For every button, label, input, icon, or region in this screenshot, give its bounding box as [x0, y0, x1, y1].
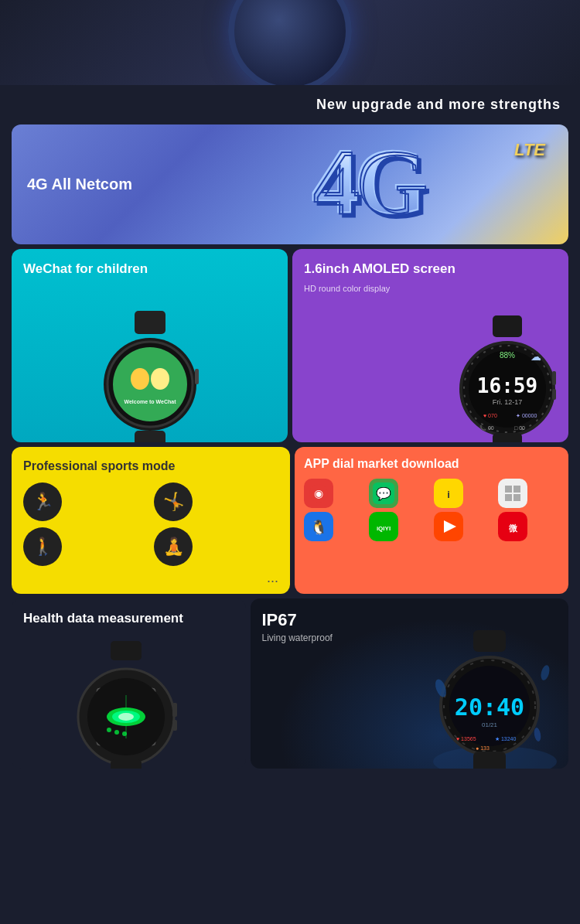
svg-text:♥ 13565: ♥ 13565	[456, 736, 476, 742]
row-health-ip67: Health data measurement	[12, 598, 568, 769]
section-health: Health data measurement	[12, 598, 246, 769]
svg-point-57	[114, 730, 119, 735]
app-icon-2[interactable]: i	[434, 479, 463, 508]
svg-rect-44	[111, 641, 142, 660]
svg-rect-34	[505, 494, 512, 501]
section-wechat: WeChat for children Welcome	[12, 249, 288, 442]
svg-text:♥ 070: ♥ 070	[483, 413, 497, 418]
app-icon-5[interactable]: iQIYI	[369, 512, 398, 541]
svg-text:★ 13240: ★ 13240	[495, 736, 517, 742]
svg-rect-9	[195, 369, 199, 384]
amoled-subtitle: HD round color display	[304, 284, 557, 293]
svg-text:☁: ☁	[531, 350, 541, 363]
4g-graphic: 4G	[305, 128, 553, 240]
svg-text:20:40: 20:40	[455, 694, 524, 721]
svg-point-5	[131, 368, 149, 390]
svg-text:✦ 00000: ✦ 00000	[516, 413, 537, 418]
app-icon-6[interactable]	[434, 512, 463, 541]
svg-text:01/21: 01/21	[482, 721, 498, 728]
svg-rect-61	[172, 720, 177, 731]
app-dial-title: APP dial market download	[304, 456, 559, 472]
row-wechat-amoled: WeChat for children Welcome	[12, 249, 568, 442]
top-watch-circle	[228, 0, 352, 85]
svg-text:i: i	[447, 489, 450, 500]
svg-point-58	[122, 731, 127, 736]
svg-rect-32	[505, 486, 512, 493]
svg-rect-33	[513, 486, 520, 493]
svg-text:Welcome to WeChat: Welcome to WeChat	[124, 399, 176, 404]
svg-point-4	[113, 347, 187, 421]
wechat-title: WeChat for children	[23, 261, 276, 278]
content-grid: 4G All Netcom LTE 4G	[0, 124, 580, 784]
svg-rect-23	[552, 371, 556, 385]
section-4g: 4G All Netcom LTE 4G	[12, 124, 568, 244]
4g-title: 4G All Netcom	[27, 176, 132, 193]
svg-point-74	[540, 664, 551, 681]
sports-icons-grid: 🏃 🤸 🚶 🧘	[23, 482, 278, 566]
svg-text:◉: ◉	[314, 487, 323, 500]
sports-more-dots: ...	[23, 570, 278, 586]
svg-text:iQIYI: iQIYI	[377, 525, 391, 532]
top-decoration	[0, 0, 580, 85]
svg-point-6	[151, 368, 169, 390]
svg-rect-60	[172, 703, 177, 717]
svg-rect-1	[135, 311, 165, 334]
section-app-dial: APP dial market download ◉ 💬 i	[295, 447, 568, 594]
svg-point-53	[118, 713, 134, 721]
amoled-title: 1.6inch AMOLED screen	[304, 261, 557, 278]
svg-text:📞 00: 📞 00	[479, 424, 494, 431]
svg-text:💬: 💬	[376, 486, 391, 501]
svg-rect-8	[135, 431, 165, 442]
svg-text:● 133: ● 133	[476, 745, 490, 751]
app-icon-0[interactable]: ◉	[304, 479, 333, 508]
svg-text:微: 微	[508, 523, 518, 533]
section-ip67: IP67 Living waterproof	[251, 598, 569, 769]
app-icon-1[interactable]: 💬	[369, 479, 398, 508]
svg-rect-24	[552, 389, 556, 400]
app-icon-3[interactable]	[498, 479, 527, 508]
svg-point-56	[107, 728, 111, 732]
app-icon-7[interactable]: 微	[498, 512, 527, 541]
svg-text:88%: 88%	[500, 351, 515, 360]
section-amoled: 1.6inch AMOLED screen HD round color dis…	[292, 249, 568, 442]
ip67-subtitle: Living waterproof	[262, 632, 558, 643]
sport-icon-walk: 🚶	[23, 527, 62, 566]
svg-rect-10	[493, 315, 522, 337]
svg-text:🐧: 🐧	[310, 519, 328, 536]
svg-text:16:59: 16:59	[477, 374, 537, 397]
svg-rect-22	[493, 433, 522, 442]
svg-point-75	[533, 727, 541, 742]
page-wrapper: New upgrade and more strengths 4G All Ne…	[0, 0, 580, 784]
sport-icon-yoga: 🧘	[154, 527, 193, 566]
health-title: Health data measurement	[23, 610, 234, 627]
sports-title: Professional sports mode	[23, 459, 278, 475]
ip67-title: IP67	[262, 610, 558, 630]
sport-icon-gym: 🤸	[154, 482, 193, 521]
svg-rect-59	[111, 759, 142, 769]
sport-icon-run: 🏃	[23, 482, 62, 521]
svg-text:□ 00: □ 00	[514, 425, 525, 431]
tagline-area: New upgrade and more strengths	[0, 85, 580, 124]
section-sports: Professional sports mode 🏃 🤸 🚶 🧘 ...	[12, 447, 290, 594]
svg-rect-35	[513, 494, 520, 501]
tagline-text: New upgrade and more strengths	[316, 97, 561, 112]
svg-rect-72	[473, 752, 506, 769]
row-sports-appdial: Professional sports mode 🏃 🤸 🚶 🧘 ... APP…	[12, 447, 568, 594]
app-icon-4[interactable]: 🐧	[304, 512, 333, 541]
svg-text:4G: 4G	[313, 131, 426, 229]
svg-text:Fri. 12-17: Fri. 12-17	[493, 398, 523, 406]
app-icons-grid: ◉ 💬 i 🐧 iQIYI	[304, 479, 559, 541]
